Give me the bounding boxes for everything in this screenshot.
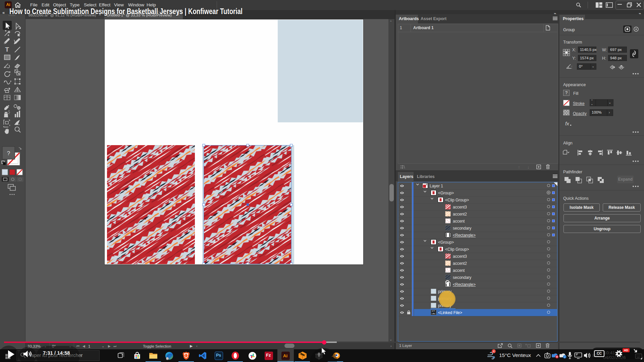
svg-text:T: T xyxy=(5,46,9,53)
svg-text:?: ? xyxy=(7,150,10,157)
